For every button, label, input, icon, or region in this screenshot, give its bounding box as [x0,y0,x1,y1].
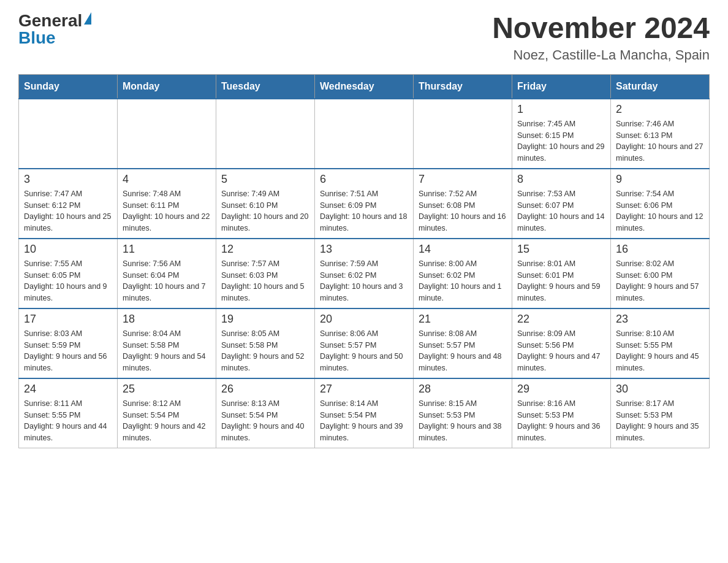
calendar-cell: 20Sunrise: 8:06 AM Sunset: 5:57 PM Dayli… [315,308,414,378]
page-header: General Blue November 2024 Noez, Castill… [18,12,710,63]
week-row-1: 1Sunrise: 7:45 AM Sunset: 6:15 PM Daylig… [19,99,710,169]
day-info: Sunrise: 8:09 AM Sunset: 5:56 PM Dayligh… [517,328,605,374]
calendar-cell: 7Sunrise: 7:52 AM Sunset: 6:08 PM Daylig… [414,169,512,239]
calendar-cell: 25Sunrise: 8:12 AM Sunset: 5:54 PM Dayli… [118,378,216,448]
day-number: 9 [616,173,704,186]
day-number: 18 [123,313,211,326]
week-row-3: 10Sunrise: 7:55 AM Sunset: 6:05 PM Dayli… [19,239,710,308]
calendar-cell: 11Sunrise: 7:56 AM Sunset: 6:04 PM Dayli… [118,239,216,308]
logo-blue-text: Blue [18,29,56,47]
day-of-week-sunday: Sunday [19,74,118,99]
calendar-cell [315,99,414,169]
calendar-table: SundayMondayTuesdayWednesdayThursdayFrid… [18,74,710,448]
calendar-cell [19,99,118,169]
day-info: Sunrise: 8:17 AM Sunset: 5:53 PM Dayligh… [616,398,704,444]
day-info: Sunrise: 8:10 AM Sunset: 5:55 PM Dayligh… [616,328,704,374]
calendar-header: SundayMondayTuesdayWednesdayThursdayFrid… [19,74,710,99]
day-of-week-saturday: Saturday [611,74,710,99]
day-of-week-monday: Monday [118,74,216,99]
day-info: Sunrise: 7:59 AM Sunset: 6:02 PM Dayligh… [320,258,408,304]
calendar-cell: 6Sunrise: 7:51 AM Sunset: 6:09 PM Daylig… [315,169,414,239]
day-info: Sunrise: 7:54 AM Sunset: 6:06 PM Dayligh… [616,188,704,234]
day-number: 21 [419,313,507,326]
day-number: 16 [616,243,704,256]
calendar-body: 1Sunrise: 7:45 AM Sunset: 6:15 PM Daylig… [19,99,710,448]
calendar-cell [414,99,512,169]
calendar-title-block: November 2024 Noez, Castille-La Mancha, … [492,12,710,63]
logo-general-text: General [18,12,82,29]
day-info: Sunrise: 7:47 AM Sunset: 6:12 PM Dayligh… [24,188,112,234]
day-number: 3 [24,173,112,186]
calendar-cell: 30Sunrise: 8:17 AM Sunset: 5:53 PM Dayli… [611,378,710,448]
calendar-cell: 14Sunrise: 8:00 AM Sunset: 6:02 PM Dayli… [414,239,512,308]
day-number: 14 [419,243,507,256]
day-number: 8 [517,173,605,186]
day-info: Sunrise: 7:57 AM Sunset: 6:03 PM Dayligh… [221,258,309,304]
day-info: Sunrise: 8:16 AM Sunset: 5:53 PM Dayligh… [517,398,605,444]
day-number: 29 [517,383,605,396]
calendar-cell: 8Sunrise: 7:53 AM Sunset: 6:07 PM Daylig… [512,169,611,239]
calendar-title: November 2024 [492,12,710,45]
logo-triangle-icon [84,12,91,25]
calendar-cell: 13Sunrise: 7:59 AM Sunset: 6:02 PM Dayli… [315,239,414,308]
day-number: 20 [320,313,408,326]
day-info: Sunrise: 8:02 AM Sunset: 6:00 PM Dayligh… [616,258,704,304]
calendar-cell: 4Sunrise: 7:48 AM Sunset: 6:11 PM Daylig… [118,169,216,239]
day-info: Sunrise: 7:56 AM Sunset: 6:04 PM Dayligh… [123,258,211,304]
week-row-2: 3Sunrise: 7:47 AM Sunset: 6:12 PM Daylig… [19,169,710,239]
day-info: Sunrise: 7:53 AM Sunset: 6:07 PM Dayligh… [517,188,605,234]
day-number: 11 [123,243,211,256]
calendar-cell: 9Sunrise: 7:54 AM Sunset: 6:06 PM Daylig… [611,169,710,239]
day-number: 22 [517,313,605,326]
day-number: 2 [616,103,704,116]
calendar-cell: 21Sunrise: 8:08 AM Sunset: 5:57 PM Dayli… [414,308,512,378]
day-info: Sunrise: 7:45 AM Sunset: 6:15 PM Dayligh… [517,118,605,164]
day-of-week-friday: Friday [512,74,611,99]
calendar-cell: 5Sunrise: 7:49 AM Sunset: 6:10 PM Daylig… [216,169,315,239]
day-number: 25 [123,383,211,396]
calendar-cell: 17Sunrise: 8:03 AM Sunset: 5:59 PM Dayli… [19,308,118,378]
day-number: 6 [320,173,408,186]
day-number: 10 [24,243,112,256]
calendar-cell: 12Sunrise: 7:57 AM Sunset: 6:03 PM Dayli… [216,239,315,308]
calendar-cell: 16Sunrise: 8:02 AM Sunset: 6:00 PM Dayli… [611,239,710,308]
day-number: 1 [517,103,605,116]
day-of-week-tuesday: Tuesday [216,74,315,99]
day-number: 19 [221,313,309,326]
calendar-cell: 18Sunrise: 8:04 AM Sunset: 5:58 PM Dayli… [118,308,216,378]
calendar-cell [216,99,315,169]
day-info: Sunrise: 7:48 AM Sunset: 6:11 PM Dayligh… [123,188,211,234]
day-number: 15 [517,243,605,256]
day-number: 17 [24,313,112,326]
day-number: 5 [221,173,309,186]
day-of-week-thursday: Thursday [414,74,512,99]
day-number: 27 [320,383,408,396]
day-number: 13 [320,243,408,256]
calendar-cell [118,99,216,169]
day-info: Sunrise: 8:12 AM Sunset: 5:54 PM Dayligh… [123,398,211,444]
week-row-4: 17Sunrise: 8:03 AM Sunset: 5:59 PM Dayli… [19,308,710,378]
calendar-cell: 24Sunrise: 8:11 AM Sunset: 5:55 PM Dayli… [19,378,118,448]
day-number: 26 [221,383,309,396]
day-info: Sunrise: 8:04 AM Sunset: 5:58 PM Dayligh… [123,328,211,374]
week-row-5: 24Sunrise: 8:11 AM Sunset: 5:55 PM Dayli… [19,378,710,448]
day-info: Sunrise: 8:11 AM Sunset: 5:55 PM Dayligh… [24,398,112,444]
day-info: Sunrise: 8:05 AM Sunset: 5:58 PM Dayligh… [221,328,309,374]
day-info: Sunrise: 7:52 AM Sunset: 6:08 PM Dayligh… [419,188,507,234]
calendar-cell: 3Sunrise: 7:47 AM Sunset: 6:12 PM Daylig… [19,169,118,239]
day-info: Sunrise: 7:46 AM Sunset: 6:13 PM Dayligh… [616,118,704,164]
calendar-cell: 26Sunrise: 8:13 AM Sunset: 5:54 PM Dayli… [216,378,315,448]
calendar-cell: 23Sunrise: 8:10 AM Sunset: 5:55 PM Dayli… [611,308,710,378]
calendar-cell: 29Sunrise: 8:16 AM Sunset: 5:53 PM Dayli… [512,378,611,448]
day-of-week-wednesday: Wednesday [315,74,414,99]
day-number: 23 [616,313,704,326]
calendar-cell: 15Sunrise: 8:01 AM Sunset: 6:01 PM Dayli… [512,239,611,308]
day-info: Sunrise: 8:03 AM Sunset: 5:59 PM Dayligh… [24,328,112,374]
day-info: Sunrise: 7:55 AM Sunset: 6:05 PM Dayligh… [24,258,112,304]
calendar-cell: 10Sunrise: 7:55 AM Sunset: 6:05 PM Dayli… [19,239,118,308]
logo: General Blue [18,12,91,47]
calendar-subtitle: Noez, Castille-La Mancha, Spain [492,47,710,63]
day-info: Sunrise: 8:08 AM Sunset: 5:57 PM Dayligh… [419,328,507,374]
day-info: Sunrise: 8:06 AM Sunset: 5:57 PM Dayligh… [320,328,408,374]
calendar-cell: 1Sunrise: 7:45 AM Sunset: 6:15 PM Daylig… [512,99,611,169]
